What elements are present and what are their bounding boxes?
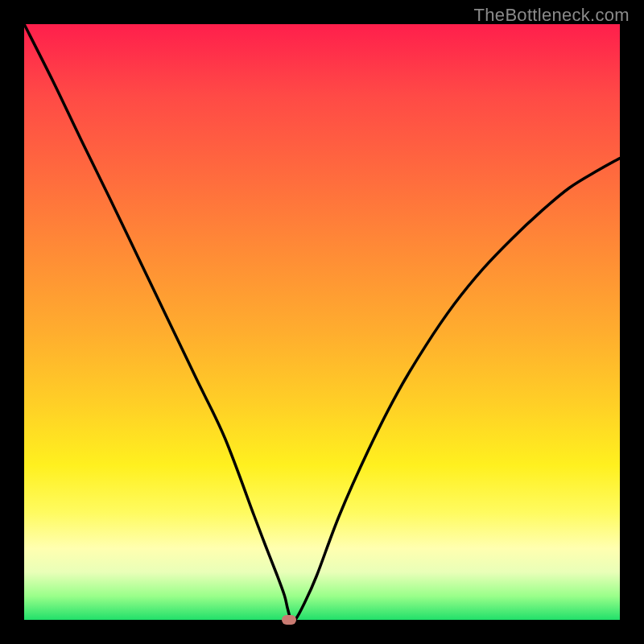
watermark-label: TheBottleneck.com [474,5,630,26]
bottleneck-curve [24,24,620,620]
plot-area [24,24,620,620]
chart-frame: TheBottleneck.com [0,0,644,644]
minimum-marker [282,615,296,625]
